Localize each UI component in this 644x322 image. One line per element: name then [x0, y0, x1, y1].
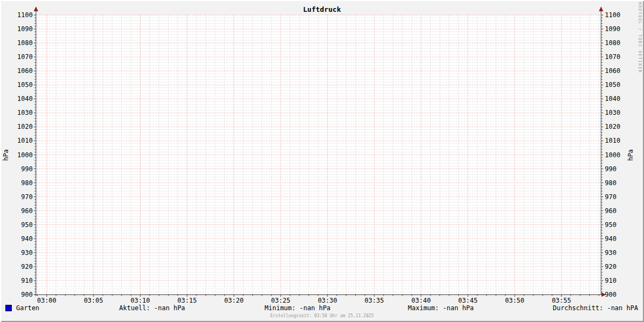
- stat-maximum: Maximum: -nan hPa: [408, 304, 474, 312]
- rrdtool-graph: Luftdruck RRDTOOL / TOBI OETIKER hPa hPa…: [0, 0, 644, 322]
- stat-value: -nan hPA: [607, 304, 638, 312]
- x-tick-label: 03:00: [37, 297, 56, 304]
- stat-value: -nan hPa: [443, 304, 474, 312]
- plot-area: 9009009109109209209309309409409509509609…: [0, 0, 644, 322]
- y-tick-label-left: 1010: [17, 137, 33, 144]
- stat-minimum: Minimum: -nan hPa: [265, 304, 331, 312]
- y-tick-label-right: 920: [605, 263, 617, 270]
- y-tick-label-right: 940: [605, 235, 617, 243]
- y-tick-label-left: 1020: [17, 123, 33, 130]
- x-tick-label: 03:20: [224, 297, 244, 304]
- stat-label: Aktuell:: [119, 304, 150, 312]
- y-tick-label-left: 950: [21, 221, 33, 229]
- y-tick-label-left: 960: [21, 207, 33, 215]
- legend-label: Garten: [16, 304, 39, 312]
- y-tick-label-right: 1030: [605, 109, 620, 116]
- y-tick-label-right: 1050: [605, 81, 620, 89]
- y-tick-label-left: 1060: [17, 67, 33, 75]
- y-tick-label-left: 970: [21, 193, 33, 201]
- x-tick-label: 03:25: [271, 297, 290, 304]
- x-tick-label: 03:40: [412, 297, 431, 304]
- y-tick-label-right: 910: [605, 277, 617, 284]
- x-tick-label: 03:15: [178, 297, 197, 304]
- y-tick-label-right: 930: [605, 249, 617, 257]
- y-tick-label-left: 1040: [17, 95, 33, 103]
- x-tick-label: 03:45: [458, 297, 478, 304]
- y-tick-label-left: 900: [21, 291, 33, 298]
- y-tick-label-left: 920: [21, 263, 33, 270]
- y-tick-label-right: 900: [605, 291, 617, 298]
- x-tick-label: 03:55: [552, 297, 571, 304]
- y-tick-label-right: 970: [605, 193, 617, 201]
- stat-label: Minimum:: [265, 304, 296, 312]
- y-tick-label-left: 990: [21, 165, 33, 173]
- x-tick-label: 03:50: [505, 297, 524, 304]
- y-axis-arrow-left: [34, 6, 38, 11]
- stat-durchschnitt: Durchschnitt: -nan hPA: [553, 304, 638, 312]
- stat-label: Durchschnitt:: [553, 304, 603, 312]
- stat-label: Maximum:: [408, 304, 439, 312]
- stat-aktuell: Aktuell: -nan hPa: [119, 304, 185, 312]
- stat-value: -nan hPa: [299, 304, 331, 312]
- y-tick-label-left: 1070: [17, 53, 33, 61]
- y-tick-label-right: 990: [605, 165, 617, 173]
- y-tick-label-right: 1020: [605, 123, 620, 130]
- y-tick-label-left: 980: [21, 179, 33, 187]
- y-tick-label-right: 1100: [605, 11, 620, 19]
- y-tick-label-right: 1090: [605, 25, 620, 33]
- y-tick-label-right: 1070: [605, 53, 620, 61]
- legend-swatch-garten: [5, 305, 12, 311]
- plot-canvas: [36, 15, 601, 295]
- y-tick-label-left: 1050: [17, 81, 33, 89]
- y-tick-label-right: 960: [605, 207, 617, 215]
- x-tick-label: 03:35: [364, 297, 384, 304]
- x-tick-label: 03:30: [318, 297, 337, 304]
- y-tick-label-right: 1010: [605, 137, 620, 144]
- y-tick-label-right: 980: [605, 179, 617, 187]
- y-tick-label-left: 1030: [17, 109, 33, 116]
- creation-time: Erstellungszeit: 03:50 Uhr am 25.11.2025: [0, 313, 644, 318]
- y-tick-label-left: 1090: [17, 25, 33, 33]
- y-tick-label-left: 930: [21, 249, 33, 257]
- x-tick-label: 03:10: [130, 297, 150, 304]
- x-tick-label: 03:05: [84, 297, 103, 304]
- y-tick-label-left: 1100: [17, 11, 33, 19]
- y-tick-label-left: 940: [21, 235, 33, 243]
- y-tick-label-left: 1000: [17, 151, 33, 159]
- y-tick-label-right: 1040: [605, 95, 620, 103]
- y-axis-arrow-right: [599, 6, 603, 11]
- y-tick-label-right: 1000: [605, 151, 620, 159]
- y-tick-label-left: 1080: [17, 39, 33, 47]
- y-tick-label-right: 1060: [605, 67, 620, 75]
- stat-value: -nan hPa: [154, 304, 185, 312]
- y-tick-label-left: 910: [21, 277, 33, 284]
- y-tick-label-right: 950: [605, 221, 617, 229]
- y-tick-label-right: 1080: [605, 39, 620, 47]
